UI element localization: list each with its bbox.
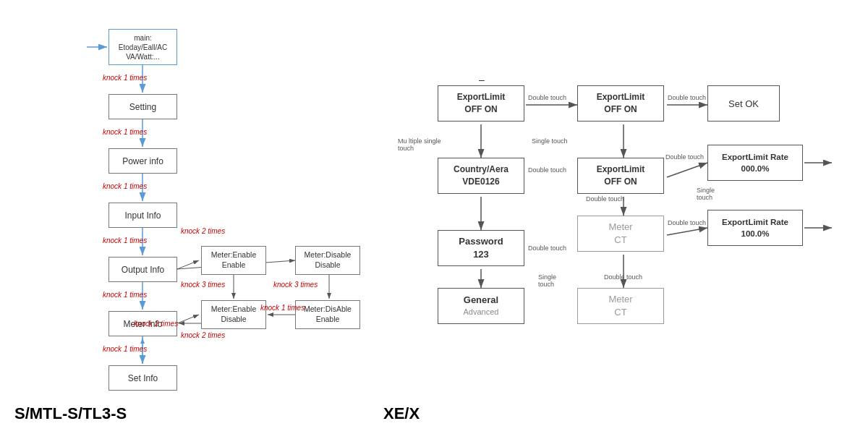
knock-label-7: knock 2 times (181, 227, 225, 235)
input-info-box: Input Info (109, 203, 177, 228)
power-info-box: Power info (109, 148, 177, 174)
meter-enable-enable-box: Meter:Enable Enable (201, 246, 266, 275)
knock-label-12: knock 1 times (260, 304, 305, 312)
touch-label-10: Singletouch (538, 273, 556, 288)
touch-label-12: Double touch (668, 219, 706, 226)
left-diagram-title: S/MTL-S/TL3-S (14, 404, 127, 423)
svg-line-13 (177, 315, 199, 323)
knock-label-9: knock 3 times (273, 281, 318, 289)
svg-line-25 (667, 228, 707, 235)
set-ok-box: Set OK (707, 85, 780, 122)
knock-label-3: knock 1 times (103, 182, 147, 190)
knock-label-6: knock 1 times (103, 345, 147, 353)
country-aera-box: Country/Aera VDE0126 (438, 158, 524, 194)
password-box: Password 123 (438, 230, 524, 266)
meter-ct-box-2: Meter CT (577, 288, 664, 324)
right-diagram-title: XE/X (383, 404, 420, 422)
knock-label-10: knock 2 times (134, 320, 178, 328)
knock-label-2: knock 1 times (103, 128, 147, 136)
svg-line-22 (667, 163, 707, 177)
left-svg-arrows (14, 7, 376, 412)
knock-label-8: knock 3 times (181, 281, 225, 289)
output-info-box: Output Info (109, 257, 177, 282)
touch-label-1: Double touch (528, 94, 566, 101)
export-limit-box-2: ExportLimit OFF ON (577, 85, 664, 122)
set-info-box: Set Info (109, 365, 177, 391)
meter-enable-disable-box: Meter:Enable Disable (201, 300, 266, 329)
touch-label-2: Double touch (668, 94, 706, 101)
touch-label-4: Single touch (532, 137, 568, 145)
touch-label-7: Double touch (665, 153, 704, 161)
export-limit-box-3: ExportLimit OFF ON (577, 158, 664, 194)
meter-disable-disable-box: Meter:Disable Disable (295, 246, 360, 275)
dash-label: – (479, 74, 485, 85)
knock-label-4: knock 1 times (103, 237, 147, 244)
knock-label-11: knock 2 times (181, 331, 225, 339)
touch-label-3: Mu ltiple singletouch (398, 137, 441, 152)
main-box: main: Etoday/Eall/AC VA/Watt:... (109, 29, 177, 65)
touch-label-8: Singletouch (697, 187, 715, 201)
touch-label-9: Double touch (528, 244, 566, 252)
general-box: General Advanced (438, 288, 524, 324)
export-limit-rate-box-1: ExportLimit Rate 000.0% (707, 145, 803, 181)
export-limit-box-1: ExportLimit OFF ON (438, 85, 524, 122)
meter-ct-box-1: Meter CT (577, 216, 664, 252)
knock-label-5: knock 1 times (103, 291, 147, 299)
meter-disable-enable-box: Meter:DisAble Enable (295, 300, 360, 329)
touch-label-5: Double touch (528, 166, 566, 174)
export-limit-rate-box-2: ExportLimit Rate 100.0% (707, 210, 803, 246)
touch-label-6: Double touch (586, 195, 624, 203)
setting-box: Setting (109, 94, 177, 119)
knock-label-1: knock 1 times (103, 74, 147, 82)
touch-label-11: Double touch (604, 273, 642, 281)
